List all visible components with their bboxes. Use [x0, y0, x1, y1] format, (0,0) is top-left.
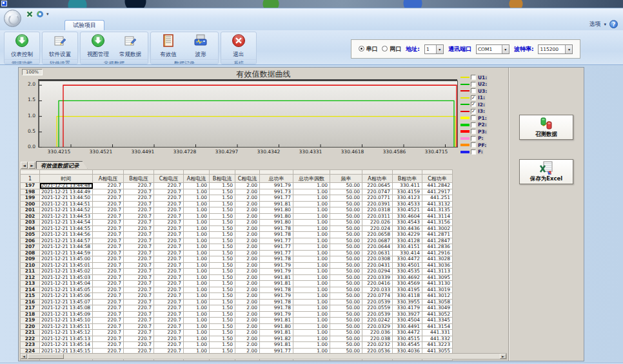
- table-cell[interactable]: 2021-12-21 13:44:51: [40, 201, 93, 207]
- table-cell[interactable]: 220.7: [93, 232, 124, 238]
- ribbon-button[interactable]: 软件设置: [45, 33, 75, 59]
- table-cell[interactable]: 2.00: [235, 305, 260, 312]
- table-cell[interactable]: 50.00: [330, 330, 362, 336]
- table-cell[interactable]: 1.50: [210, 256, 235, 263]
- table-cell[interactable]: 441.2836: [422, 244, 453, 251]
- comm-port-select[interactable]: COM1▾: [476, 44, 509, 54]
- table-cell[interactable]: 441.3156: [422, 220, 453, 226]
- table-cell[interactable]: 2021-12-21 13:45:10: [40, 318, 93, 324]
- table-cell[interactable]: 441.3012: [422, 293, 453, 300]
- chevron-down-icon[interactable]: ▾: [565, 45, 572, 53]
- table-cell[interactable]: 220.7: [154, 318, 184, 324]
- table-cell[interactable]: 50.00: [330, 238, 362, 244]
- table-cell[interactable]: 50.00: [330, 342, 362, 349]
- table-cell[interactable]: 2021-12-21 13:45:07: [40, 299, 93, 305]
- table-cell[interactable]: 197: [21, 183, 40, 189]
- table-cell[interactable]: 441.3154: [422, 323, 453, 330]
- table-cell[interactable]: 210: [21, 262, 40, 269]
- table-cell[interactable]: 220.7: [93, 274, 124, 281]
- table-cell[interactable]: 1.00: [293, 213, 330, 220]
- table-cell[interactable]: 441.2847: [422, 238, 453, 244]
- table-cell[interactable]: 220.7: [124, 287, 154, 293]
- table-cell[interactable]: 441.251: [422, 195, 453, 202]
- table-cell[interactable]: 1.50: [210, 244, 235, 251]
- table-cell[interactable]: 1.00: [184, 299, 210, 305]
- table-cell[interactable]: 1.00: [184, 330, 210, 336]
- table-cell[interactable]: 2.00: [235, 213, 260, 220]
- table-cell[interactable]: 441.3028: [422, 256, 453, 263]
- table-cell[interactable]: 2021-12-21 13:44:50: [40, 195, 93, 202]
- table-cell[interactable]: 991.81: [260, 342, 293, 349]
- table-cell[interactable]: 1.00: [293, 330, 330, 336]
- table-cell[interactable]: 205: [21, 232, 40, 238]
- table-cell[interactable]: 441.3135: [422, 207, 453, 214]
- table-cell[interactable]: 220.7: [124, 220, 154, 226]
- app-mini-icon[interactable]: [36, 10, 44, 18]
- table-cell[interactable]: 220.7: [93, 287, 124, 293]
- ribbon-button[interactable]: 退出: [224, 33, 253, 59]
- table-cell[interactable]: 220.7: [154, 262, 184, 269]
- table-cell[interactable]: 220.0644: [362, 244, 393, 251]
- table-cell[interactable]: 2.00: [235, 323, 260, 330]
- table-cell[interactable]: 220.7: [124, 274, 154, 281]
- table-cell[interactable]: 1.00: [293, 207, 330, 214]
- table-cell[interactable]: 1.50: [210, 342, 235, 349]
- table-cell[interactable]: 1.00: [184, 213, 210, 220]
- table-cell[interactable]: 220.0747: [362, 189, 393, 195]
- table-cell[interactable]: 441.2871: [422, 232, 453, 238]
- legend-checkbox[interactable]: ✓: [471, 95, 476, 101]
- table-cell[interactable]: 220.7: [154, 269, 184, 275]
- table-cell[interactable]: 441.3114: [422, 213, 453, 220]
- table-cell[interactable]: 1.50: [210, 330, 235, 336]
- table-cell[interactable]: 50.00: [330, 183, 362, 189]
- legend-checkbox[interactable]: [471, 115, 476, 120]
- table-cell[interactable]: 1.50: [210, 281, 235, 287]
- table-cell[interactable]: 50.00: [330, 305, 362, 312]
- table-cell[interactable]: 2021-12-21 13:44:58: [40, 244, 93, 251]
- table-cell[interactable]: 1.50: [210, 207, 235, 214]
- table-cell[interactable]: 220.7: [124, 299, 154, 305]
- table-cell[interactable]: 220.7: [93, 330, 124, 336]
- ribbon-button[interactable]: 仪表控制: [7, 33, 37, 59]
- table-cell[interactable]: 220.7: [154, 195, 184, 202]
- table-row[interactable]: 2222021-12-21 13:45:13220.7220.7220.71.0…: [21, 336, 453, 342]
- table-cell[interactable]: 991.78: [260, 225, 293, 232]
- table-cell[interactable]: 220.7: [124, 311, 154, 318]
- table-cell[interactable]: 220.7: [124, 207, 154, 214]
- table-cell[interactable]: 330.4491: [393, 323, 422, 330]
- table-cell[interactable]: 220.7: [124, 323, 154, 330]
- table-cell[interactable]: 223: [21, 342, 40, 349]
- table-cell[interactable]: 1.00: [184, 336, 210, 342]
- table-cell[interactable]: 2021-12-21 13:45:03: [40, 274, 93, 281]
- table-cell[interactable]: 2021-12-21 13:44:59: [40, 250, 93, 256]
- chevron-down-icon[interactable]: ▾: [436, 45, 443, 53]
- table-cell[interactable]: 1.00: [293, 238, 330, 244]
- table-cell[interactable]: 441.3113: [422, 269, 453, 275]
- table-cell[interactable]: 330.4604: [393, 213, 422, 220]
- table-row[interactable]: 2192021-12-21 13:45:10220.7220.7220.71.0…: [21, 318, 453, 324]
- table-cell[interactable]: 441.3345: [422, 318, 453, 324]
- table-cell[interactable]: 220.7: [124, 195, 154, 202]
- table-cell[interactable]: 220.7: [154, 342, 184, 349]
- table-cell[interactable]: 1.50: [210, 213, 235, 220]
- table-cell[interactable]: 216: [21, 299, 40, 305]
- table-cell[interactable]: 202: [21, 213, 40, 220]
- table-cell[interactable]: 220.7: [154, 213, 184, 220]
- table-cell[interactable]: 2.00: [235, 274, 260, 281]
- table-cell[interactable]: 220.7: [93, 238, 124, 244]
- table-cell[interactable]: 220.7: [124, 225, 154, 232]
- table-cell[interactable]: 1.00: [293, 318, 330, 324]
- table-cell[interactable]: 1.00: [184, 220, 210, 226]
- table-cell[interactable]: 330.4128: [393, 238, 422, 244]
- table-cell[interactable]: 330.4543: [393, 220, 422, 226]
- table-cell[interactable]: 220.0631: [362, 250, 393, 256]
- table-cell[interactable]: 208: [21, 250, 40, 256]
- table-cell[interactable]: 50.00: [330, 336, 362, 342]
- table-cell[interactable]: 203: [21, 220, 40, 226]
- table-cell[interactable]: 214: [21, 287, 40, 293]
- table-cell[interactable]: 1.50: [210, 287, 235, 293]
- table-cell[interactable]: 991.80: [260, 207, 293, 214]
- table-cell[interactable]: 220.0242: [362, 318, 393, 324]
- table-row[interactable]: 1992021-12-21 13:44:50220.7220.7220.71.0…: [21, 195, 453, 202]
- table-cell[interactable]: 2021-12-21 13:45:12: [40, 330, 93, 336]
